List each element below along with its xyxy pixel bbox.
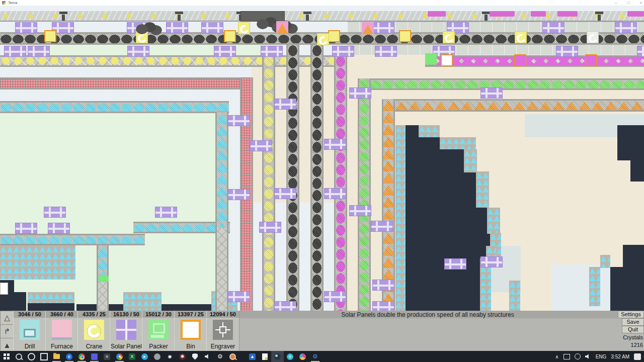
belt-v-tile	[215, 228, 228, 311]
taskbar: e≡X▸◉✱⚙▲e⚙ ∧ ENG 3:52 AM	[0, 351, 644, 362]
solar-tile	[274, 301, 296, 311]
language-indicator[interactable]: ENG	[596, 354, 607, 359]
minimize-button[interactable]: –	[615, 0, 617, 6]
solar-tile	[556, 46, 578, 57]
engraver-count: 12094 / 50	[207, 311, 239, 318]
navy-tile	[610, 267, 644, 311]
notification-icon[interactable]	[634, 353, 641, 360]
terra-game-icon[interactable]	[271, 351, 284, 362]
crystal-tile	[464, 149, 477, 172]
close-button[interactable]: ×	[639, 0, 642, 6]
dark-v-tile	[286, 45, 299, 311]
yellow-v-tile	[262, 55, 275, 311]
app-icon	[2, 1, 6, 5]
cortana-icon[interactable]	[25, 351, 38, 362]
crane-tile	[515, 31, 527, 43]
bin-m-tile	[585, 54, 597, 66]
drill-o-tile	[276, 21, 288, 33]
maximize-button[interactable]: □	[627, 0, 629, 6]
crane-button[interactable]: 4335 / 25Crane	[77, 311, 111, 351]
game-board[interactable]	[0, 6, 644, 311]
mint-tile	[28, 45, 274, 55]
speaker-icon[interactable]	[585, 353, 591, 359]
drill-icon	[20, 320, 40, 340]
green-v-tile	[358, 78, 371, 311]
excel-icon[interactable]: X	[126, 351, 138, 362]
media-triangle-icon[interactable]	[296, 351, 309, 362]
orange-search-icon[interactable]	[226, 351, 239, 362]
sync-icon[interactable]	[575, 353, 581, 359]
tbase-tile	[174, 11, 185, 21]
packer-button[interactable]: 15012 / 30Packer	[142, 311, 175, 351]
bin-tile	[224, 30, 236, 42]
calculator-icon[interactable]: ≡	[101, 351, 113, 362]
tbase-tile	[58, 11, 69, 21]
system-tray: ∧ ENG 3:52 AM	[555, 353, 644, 360]
engine-gear-icon[interactable]: ⚙	[309, 351, 321, 362]
navy-tile	[623, 245, 644, 268]
task-view-icon[interactable]	[38, 351, 50, 362]
chrome-icon[interactable]	[75, 351, 88, 362]
solar-tile	[15, 22, 37, 33]
bin-w-tile	[441, 54, 453, 66]
solar-tile	[15, 223, 37, 234]
drill-button[interactable]: 3046 / 50Drill	[13, 311, 46, 351]
edge-legacy-icon[interactable]: e	[63, 351, 75, 362]
sphere-icon[interactable]	[151, 351, 164, 362]
telegram-icon[interactable]: ▸	[138, 351, 151, 362]
purple-app-icon[interactable]	[88, 351, 101, 362]
orange-h-tile	[382, 99, 644, 112]
toolbar: Solar Panels double the production speed…	[0, 311, 644, 351]
defender-shield-icon[interactable]	[189, 351, 201, 362]
solar-tile	[324, 139, 346, 150]
packer-count: 15012 / 30	[142, 311, 175, 318]
solar-tile	[274, 188, 296, 199]
quit-button[interactable]: Quit	[622, 326, 644, 333]
volume-mixer-icon[interactable]	[201, 351, 214, 362]
crystal-tile	[395, 125, 406, 311]
engraver-button[interactable]: 12094 / 50Engraver	[206, 311, 239, 351]
save-button[interactable]: Save	[622, 318, 644, 326]
solar-tile	[228, 291, 250, 302]
magpatch-tile	[531, 11, 546, 17]
solar-tile	[259, 222, 281, 233]
zoom-out-button[interactable]: △	[0, 311, 14, 325]
search-icon[interactable]	[13, 351, 25, 362]
crystal-tile	[440, 137, 476, 149]
bin-tile	[328, 30, 340, 42]
palette-icon[interactable]: ✱	[176, 351, 189, 362]
solar-tile	[349, 87, 371, 99]
paleblue2-tile	[551, 264, 610, 311]
window-titlebar[interactable]: Terra – □ ×	[0, 0, 644, 6]
zoom-in-button[interactable]: ▲	[0, 338, 14, 352]
solar-panel-button[interactable]: 16130 / 50Solar Panel	[110, 311, 143, 351]
steam-icon[interactable]: ◉	[164, 351, 176, 362]
crane-count: 4335 / 25	[78, 311, 110, 318]
notepad-icon[interactable]	[259, 351, 271, 362]
start-button[interactable]	[0, 351, 13, 362]
magpatch-tile	[627, 11, 644, 17]
greenblob-tile	[425, 53, 437, 65]
rotate-button[interactable]: ↱	[0, 324, 14, 338]
solar-tile	[228, 189, 250, 200]
media-swirl-icon[interactable]	[113, 351, 126, 362]
navy-tile	[406, 233, 490, 259]
solar-tile	[375, 46, 397, 57]
furnace-button[interactable]: 3660 / 40Furnace	[45, 311, 78, 351]
packer-label: Packer	[142, 343, 175, 350]
solar-tile	[48, 223, 70, 234]
solar-tile	[261, 46, 283, 57]
clock[interactable]: 3:52 AM	[611, 354, 629, 359]
crystal-tile	[487, 208, 500, 234]
solar-tile	[637, 46, 644, 57]
settings-button[interactable]: Settings	[618, 311, 644, 318]
photos-icon[interactable]: ▲	[246, 351, 259, 362]
bin-button[interactable]: 13397 / 25Bin	[174, 311, 207, 351]
edge-icon[interactable]: e	[284, 351, 296, 362]
tray-chevron-icon[interactable]: ∧	[555, 354, 558, 359]
settings-gear-icon[interactable]: ⚙	[214, 351, 226, 362]
crane-icon	[84, 320, 104, 340]
file-explorer-icon[interactable]	[50, 351, 63, 362]
tbase-tile	[302, 11, 313, 21]
network-icon[interactable]	[564, 354, 570, 359]
